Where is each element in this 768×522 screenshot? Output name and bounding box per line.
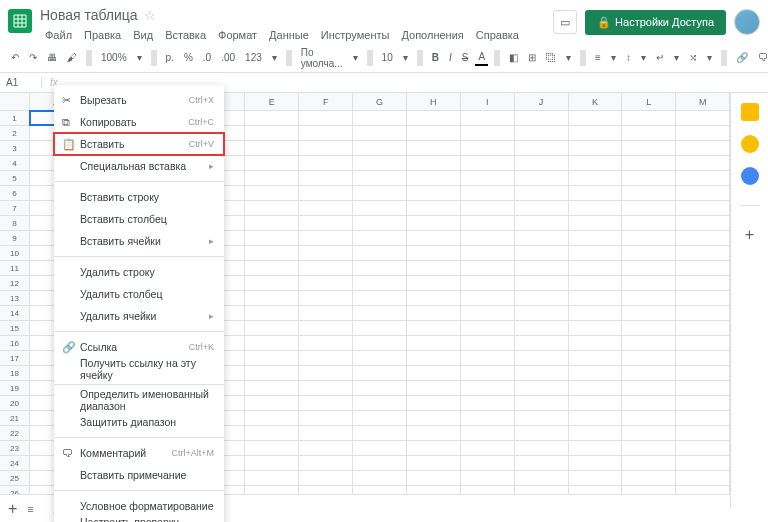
row-header[interactable]: 15 (0, 321, 30, 335)
cell[interactable] (676, 276, 730, 290)
cell[interactable] (353, 291, 407, 305)
cell[interactable] (407, 441, 461, 455)
row-header[interactable]: 21 (0, 411, 30, 425)
cell[interactable] (353, 126, 407, 140)
cell[interactable] (299, 471, 353, 485)
cell[interactable] (299, 351, 353, 365)
cell[interactable] (569, 306, 623, 320)
row-header[interactable]: 17 (0, 351, 30, 365)
row-header[interactable]: 19 (0, 381, 30, 395)
cell[interactable] (676, 156, 730, 170)
comment-history-button[interactable]: ▭ (553, 10, 577, 34)
cell[interactable] (569, 216, 623, 230)
cell[interactable] (515, 231, 569, 245)
cell[interactable] (299, 306, 353, 320)
cell[interactable] (353, 231, 407, 245)
cell[interactable] (245, 396, 299, 410)
cell[interactable] (353, 141, 407, 155)
cell[interactable] (622, 441, 676, 455)
cell[interactable] (299, 141, 353, 155)
cell[interactable] (515, 156, 569, 170)
row-header[interactable]: 13 (0, 291, 30, 305)
cell[interactable] (622, 291, 676, 305)
cell[interactable] (676, 381, 730, 395)
cell[interactable] (622, 471, 676, 485)
cell[interactable] (569, 381, 623, 395)
rotate-button[interactable]: ⤭ (686, 50, 700, 65)
cell[interactable] (676, 171, 730, 185)
cell[interactable] (569, 411, 623, 425)
cell[interactable] (622, 366, 676, 380)
cell[interactable] (676, 216, 730, 230)
cell[interactable] (515, 351, 569, 365)
row-header[interactable]: 25 (0, 471, 30, 485)
cell[interactable] (622, 186, 676, 200)
cell[interactable] (515, 396, 569, 410)
cell[interactable] (245, 186, 299, 200)
cell[interactable] (245, 441, 299, 455)
cell[interactable] (461, 141, 515, 155)
cell[interactable] (245, 426, 299, 440)
cell[interactable] (461, 156, 515, 170)
link-button[interactable]: 🔗 (733, 50, 751, 65)
cell[interactable] (299, 441, 353, 455)
add-addon-button[interactable]: + (745, 226, 754, 244)
borders-button[interactable]: ⊞ (525, 50, 539, 65)
cell[interactable] (515, 201, 569, 215)
bold-button[interactable]: B (429, 50, 442, 65)
font-select[interactable]: По умолча... (298, 45, 346, 71)
font-size-select[interactable]: 10 (379, 50, 396, 65)
cell[interactable] (245, 111, 299, 125)
cell[interactable] (515, 456, 569, 470)
cell[interactable] (569, 351, 623, 365)
cell[interactable] (299, 381, 353, 395)
cell[interactable] (407, 276, 461, 290)
cell[interactable] (299, 111, 353, 125)
cell[interactable] (569, 366, 623, 380)
cell[interactable] (622, 126, 676, 140)
cell[interactable] (353, 276, 407, 290)
cell[interactable] (353, 396, 407, 410)
cell[interactable] (461, 471, 515, 485)
cell[interactable] (245, 246, 299, 260)
cell[interactable] (461, 111, 515, 125)
menu-правка[interactable]: Правка (79, 27, 126, 43)
cell[interactable] (515, 411, 569, 425)
cell[interactable] (515, 171, 569, 185)
valign-button[interactable]: ↕ (623, 50, 634, 65)
row-header[interactable]: 4 (0, 156, 30, 170)
merge-button[interactable]: ⿻ (543, 50, 559, 65)
cell[interactable] (245, 291, 299, 305)
context-menu-item[interactable]: Условное форматирование (54, 495, 224, 517)
menu-инструменты[interactable]: Инструменты (316, 27, 395, 43)
cell[interactable] (299, 336, 353, 350)
cell[interactable] (515, 441, 569, 455)
menu-формат[interactable]: Формат (213, 27, 262, 43)
cell[interactable] (245, 276, 299, 290)
row-header[interactable]: 12 (0, 276, 30, 290)
increase-decimal-button[interactable]: .00 (218, 50, 238, 65)
cell[interactable] (676, 261, 730, 275)
cell[interactable] (622, 156, 676, 170)
cell[interactable] (461, 171, 515, 185)
share-button[interactable]: 🔒Настройки Доступа (585, 10, 726, 35)
row-header[interactable]: 20 (0, 396, 30, 410)
context-menu-item[interactable]: Специальная вставка▸ (54, 155, 224, 177)
cell[interactable] (407, 411, 461, 425)
col-header[interactable]: M (676, 93, 730, 110)
cell[interactable] (515, 141, 569, 155)
cell[interactable] (299, 321, 353, 335)
cell[interactable] (569, 231, 623, 245)
cell[interactable] (245, 456, 299, 470)
cell[interactable] (245, 351, 299, 365)
col-header[interactable]: H (407, 93, 461, 110)
cell[interactable] (676, 186, 730, 200)
cell[interactable] (676, 336, 730, 350)
cell[interactable] (461, 426, 515, 440)
cell[interactable] (569, 276, 623, 290)
cell[interactable] (569, 186, 623, 200)
cell[interactable] (245, 411, 299, 425)
menu-дополнения[interactable]: Дополнения (396, 27, 468, 43)
cell[interactable] (676, 351, 730, 365)
row-header[interactable]: 3 (0, 141, 30, 155)
